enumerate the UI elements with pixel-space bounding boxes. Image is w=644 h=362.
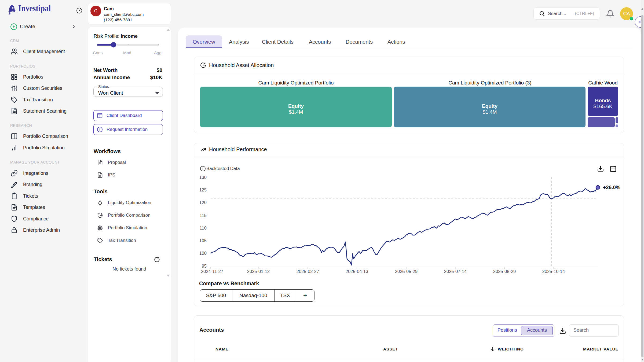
svg-text:2025-02-27: 2025-02-27 <box>297 269 319 274</box>
svg-text:95: 95 <box>202 264 207 268</box>
svg-text:105: 105 <box>199 238 207 243</box>
svg-text:2025-08-29: 2025-08-29 <box>493 269 516 274</box>
svg-text:2025-10-14: 2025-10-14 <box>542 269 565 274</box>
svg-text:115: 115 <box>200 213 207 218</box>
svg-text:110: 110 <box>200 226 207 230</box>
svg-text:125: 125 <box>199 187 207 192</box>
svg-text:100: 100 <box>199 251 207 256</box>
svg-text:130: 130 <box>199 175 207 180</box>
svg-text:2024-11-27: 2024-11-27 <box>201 269 223 274</box>
svg-text:2025-04-13: 2025-04-13 <box>346 269 368 274</box>
svg-text:2025-07-14: 2025-07-14 <box>444 269 467 274</box>
svg-text:120: 120 <box>199 200 207 205</box>
svg-text:2025-05-29: 2025-05-29 <box>395 269 418 274</box>
svg-text:+26.0%: +26.0% <box>603 184 620 190</box>
svg-text:2025-01-12: 2025-01-12 <box>247 269 270 274</box>
